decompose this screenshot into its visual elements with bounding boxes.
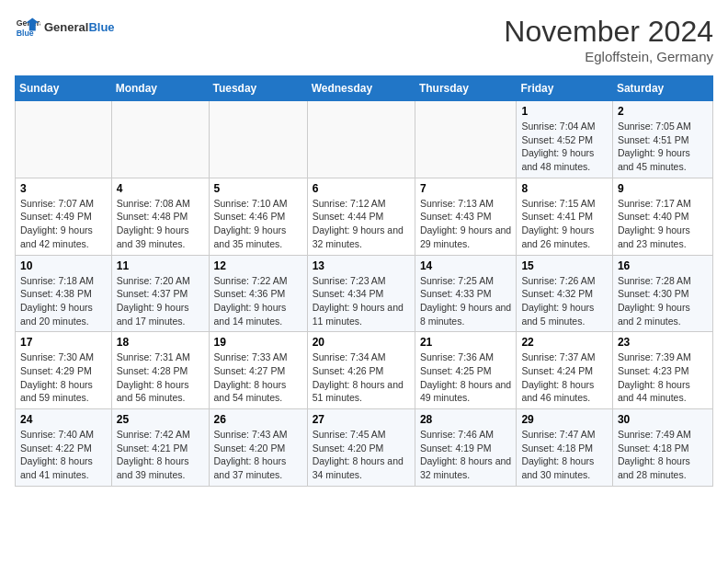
calendar-cell: 16Sunrise: 7:28 AMSunset: 4:30 PMDayligh… [612,255,712,332]
day-number: 21 [420,336,512,349]
calendar-cell: 21Sunrise: 7:36 AMSunset: 4:25 PMDayligh… [415,332,517,409]
day-info: Sunrise: 7:31 AMSunset: 4:28 PMDaylight:… [117,350,204,405]
day-info: Sunrise: 7:46 AMSunset: 4:19 PMDaylight:… [420,428,512,482]
day-info: Sunrise: 7:37 AMSunset: 4:24 PMDaylight:… [521,350,607,405]
day-info: Sunrise: 7:20 AMSunset: 4:37 PMDaylight:… [117,274,204,328]
day-info: Sunrise: 7:45 AMSunset: 4:20 PMDaylight:… [313,428,410,482]
calendar-cell: 9Sunrise: 7:17 AMSunset: 4:40 PMDaylight… [612,178,712,255]
weekday-header-tuesday: Tuesday [209,76,307,101]
day-number: 4 [117,182,204,195]
day-info: Sunrise: 7:47 AMSunset: 4:18 PMDaylight:… [521,428,607,482]
calendar-cell: 29Sunrise: 7:47 AMSunset: 4:18 PMDayligh… [517,409,612,487]
calendar-cell: 30Sunrise: 7:49 AMSunset: 4:18 PMDayligh… [612,409,712,487]
day-info: Sunrise: 7:05 AMSunset: 4:51 PMDaylight:… [618,120,708,174]
location-label: Egloffstein, Germany [504,49,713,64]
day-number: 17 [20,336,107,349]
calendar-cell: 19Sunrise: 7:33 AMSunset: 4:27 PMDayligh… [209,332,307,409]
calendar-cell: 25Sunrise: 7:42 AMSunset: 4:21 PMDayligh… [111,409,209,487]
calendar-week-row: 1Sunrise: 7:04 AMSunset: 4:52 PMDaylight… [16,101,713,178]
day-info: Sunrise: 7:49 AMSunset: 4:18 PMDaylight:… [618,428,708,482]
calendar-cell: 26Sunrise: 7:43 AMSunset: 4:20 PMDayligh… [209,409,307,487]
calendar-cell [415,101,517,178]
svg-text:General: General [17,18,40,28]
day-info: Sunrise: 7:43 AMSunset: 4:20 PMDaylight:… [214,428,302,482]
calendar-cell: 22Sunrise: 7:37 AMSunset: 4:24 PMDayligh… [517,332,612,409]
weekday-header-thursday: Thursday [415,76,517,101]
day-info: Sunrise: 7:30 AMSunset: 4:29 PMDaylight:… [20,350,107,405]
calendar-cell: 2Sunrise: 7:05 AMSunset: 4:51 PMDaylight… [612,101,712,178]
calendar-cell: 20Sunrise: 7:34 AMSunset: 4:26 PMDayligh… [307,332,415,409]
logo-general: General [44,20,88,34]
calendar-cell [307,101,415,178]
logo-blue: Blue [88,20,114,34]
calendar-cell: 17Sunrise: 7:30 AMSunset: 4:29 PMDayligh… [16,332,112,409]
calendar-cell: 24Sunrise: 7:40 AMSunset: 4:22 PMDayligh… [16,409,112,487]
calendar-week-row: 24Sunrise: 7:40 AMSunset: 4:22 PMDayligh… [16,409,713,487]
weekday-header-row: SundayMondayTuesdayWednesdayThursdayFrid… [16,76,713,101]
day-info: Sunrise: 7:18 AMSunset: 4:38 PMDaylight:… [20,274,107,328]
day-number: 25 [117,413,204,426]
day-info: Sunrise: 7:33 AMSunset: 4:27 PMDaylight:… [214,350,302,405]
month-title: November 2024 [504,15,713,49]
calendar-table: SundayMondayTuesdayWednesdayThursdayFrid… [15,75,713,487]
weekday-header-sunday: Sunday [16,76,112,101]
day-number: 29 [521,413,607,426]
day-number: 11 [117,259,204,272]
calendar-cell: 10Sunrise: 7:18 AMSunset: 4:38 PMDayligh… [16,255,112,332]
calendar-week-row: 17Sunrise: 7:30 AMSunset: 4:29 PMDayligh… [16,332,713,409]
day-number: 20 [313,336,410,349]
day-number: 8 [521,182,607,195]
day-info: Sunrise: 7:23 AMSunset: 4:34 PMDaylight:… [313,274,410,328]
calendar-cell [111,101,209,178]
day-number: 7 [420,182,512,195]
calendar-cell: 11Sunrise: 7:20 AMSunset: 4:37 PMDayligh… [111,255,209,332]
day-info: Sunrise: 7:10 AMSunset: 4:46 PMDaylight:… [214,197,302,251]
day-info: Sunrise: 7:22 AMSunset: 4:36 PMDaylight:… [214,274,302,328]
day-info: Sunrise: 7:40 AMSunset: 4:22 PMDaylight:… [20,428,107,482]
calendar-cell: 23Sunrise: 7:39 AMSunset: 4:23 PMDayligh… [612,332,712,409]
weekday-header-saturday: Saturday [612,76,712,101]
logo: General Blue GeneralBlue [15,15,115,40]
logo-icon: General Blue [15,15,40,40]
calendar-cell: 18Sunrise: 7:31 AMSunset: 4:28 PMDayligh… [111,332,209,409]
calendar-cell [209,101,307,178]
day-number: 6 [313,182,410,195]
day-info: Sunrise: 7:26 AMSunset: 4:32 PMDaylight:… [521,274,607,328]
day-info: Sunrise: 7:07 AMSunset: 4:49 PMDaylight:… [20,197,107,251]
calendar-week-row: 10Sunrise: 7:18 AMSunset: 4:38 PMDayligh… [16,255,713,332]
calendar-cell: 14Sunrise: 7:25 AMSunset: 4:33 PMDayligh… [415,255,517,332]
day-info: Sunrise: 7:25 AMSunset: 4:33 PMDaylight:… [420,274,512,328]
weekday-header-monday: Monday [111,76,209,101]
day-number: 30 [618,413,708,426]
day-info: Sunrise: 7:12 AMSunset: 4:44 PMDaylight:… [313,197,410,251]
calendar-cell: 28Sunrise: 7:46 AMSunset: 4:19 PMDayligh… [415,409,517,487]
day-number: 26 [214,413,302,426]
day-number: 16 [618,259,708,272]
day-info: Sunrise: 7:34 AMSunset: 4:26 PMDaylight:… [313,350,410,405]
day-number: 12 [214,259,302,272]
day-info: Sunrise: 7:13 AMSunset: 4:43 PMDaylight:… [420,197,512,251]
calendar-cell [16,101,112,178]
day-number: 28 [420,413,512,426]
day-info: Sunrise: 7:39 AMSunset: 4:23 PMDaylight:… [618,350,708,405]
day-number: 3 [20,182,107,195]
day-number: 13 [313,259,410,272]
day-number: 14 [420,259,512,272]
calendar-cell: 27Sunrise: 7:45 AMSunset: 4:20 PMDayligh… [307,409,415,487]
day-number: 10 [20,259,107,272]
day-number: 19 [214,336,302,349]
day-number: 1 [521,105,607,118]
day-info: Sunrise: 7:36 AMSunset: 4:25 PMDaylight:… [420,350,512,405]
calendar-cell: 4Sunrise: 7:08 AMSunset: 4:48 PMDaylight… [111,178,209,255]
page-header: General Blue GeneralBlue November 2024 E… [15,15,713,64]
weekday-header-friday: Friday [517,76,612,101]
day-info: Sunrise: 7:17 AMSunset: 4:40 PMDaylight:… [618,197,708,251]
day-number: 2 [618,105,708,118]
day-number: 24 [20,413,107,426]
calendar-cell: 15Sunrise: 7:26 AMSunset: 4:32 PMDayligh… [517,255,612,332]
calendar-cell: 1Sunrise: 7:04 AMSunset: 4:52 PMDaylight… [517,101,612,178]
day-info: Sunrise: 7:28 AMSunset: 4:30 PMDaylight:… [618,274,708,328]
calendar-cell: 3Sunrise: 7:07 AMSunset: 4:49 PMDaylight… [16,178,112,255]
day-number: 22 [521,336,607,349]
day-number: 27 [313,413,410,426]
